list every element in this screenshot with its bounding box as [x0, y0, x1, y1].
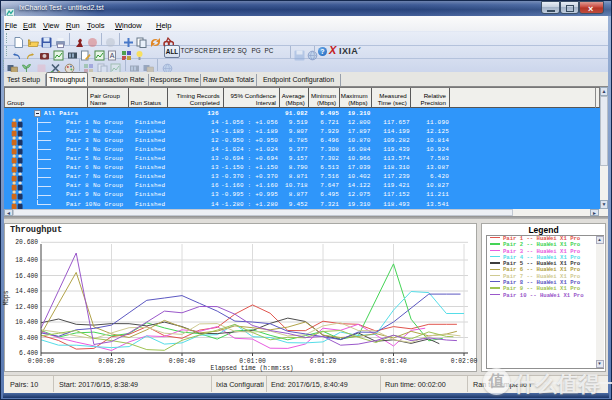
svg-text:10.400: 10.400	[15, 319, 38, 326]
svg-text:12.400: 12.400	[15, 304, 38, 311]
svg-text:18.400: 18.400	[15, 257, 38, 264]
svg-text:0:02:00: 0:02:00	[451, 358, 478, 365]
svg-text:0:00:20: 0:00:20	[98, 358, 125, 365]
svg-text:0:01:40: 0:01:40	[380, 358, 407, 365]
svg-text:20.680: 20.680	[15, 239, 38, 246]
svg-text:6.400: 6.400	[19, 350, 38, 357]
svg-text:0:00:40: 0:00:40	[169, 358, 196, 365]
svg-text:0:01:00: 0:01:00	[239, 358, 266, 365]
svg-text:14.400: 14.400	[15, 288, 38, 295]
svg-text:0:00:00: 0:00:00	[28, 358, 55, 365]
svg-text:8.400: 8.400	[19, 335, 38, 342]
svg-text:16.400: 16.400	[15, 273, 38, 280]
svg-text:0:01:20: 0:01:20	[310, 358, 337, 365]
svg-text:Mbps: Mbps	[3, 290, 10, 305]
svg-text:Elapsed time (h:mm:ss): Elapsed time (h:mm:ss)	[210, 365, 293, 372]
